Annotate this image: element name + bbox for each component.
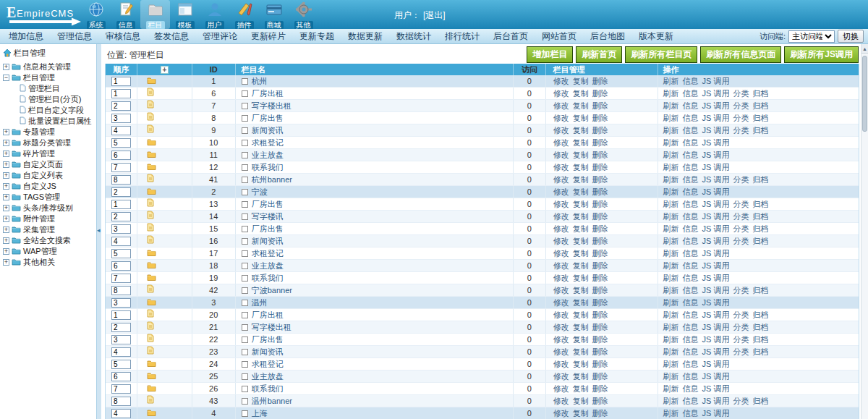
op-link-分类[interactable]: 分类 — [733, 101, 749, 111]
manage-link-删除[interactable]: 删除 — [592, 396, 608, 407]
op-link-信息[interactable]: 信息 — [683, 371, 699, 382]
order-input[interactable] — [111, 212, 131, 221]
manage-link-修改[interactable]: 修改 — [553, 297, 569, 308]
manage-link-删除[interactable]: 删除 — [592, 187, 608, 198]
sidebar-item-信息相关管理[interactable]: +信息相关管理 — [0, 62, 96, 72]
sidebar-item-采集管理[interactable]: +采集管理 — [0, 224, 96, 235]
manage-link-复制[interactable]: 复制 — [573, 297, 589, 308]
manage-link-修改[interactable]: 修改 — [553, 334, 569, 345]
order-input[interactable] — [111, 397, 131, 406]
op-link-JS 调用[interactable]: JS 调用 — [702, 322, 730, 333]
manage-link-删除[interactable]: 删除 — [592, 248, 608, 259]
row-checkbox[interactable] — [242, 140, 248, 146]
manage-link-删除[interactable]: 删除 — [592, 359, 608, 370]
row-checkbox[interactable] — [242, 164, 248, 171]
manage-link-复制[interactable]: 复制 — [573, 359, 589, 370]
manage-link-修改[interactable]: 修改 — [553, 101, 569, 111]
manage-link-复制[interactable]: 复制 — [573, 199, 589, 210]
op-link-归档[interactable]: 归档 — [752, 396, 768, 407]
row-checkbox[interactable] — [242, 324, 248, 331]
tab-模板[interactable]: 模板 — [170, 0, 200, 29]
manage-link-删除[interactable]: 删除 — [592, 150, 608, 161]
row-checkbox[interactable] — [242, 201, 248, 208]
row-checkbox[interactable] — [242, 127, 248, 134]
op-link-刷新[interactable]: 刷新 — [663, 211, 679, 222]
menu-item-更新碎片[interactable]: 更新碎片 — [251, 30, 286, 43]
op-link-JS 调用[interactable]: JS 调用 — [702, 248, 730, 259]
manage-link-删除[interactable]: 删除 — [592, 76, 608, 87]
manage-link-修改[interactable]: 修改 — [553, 199, 569, 210]
column-name-link[interactable]: 联系我们 — [252, 273, 284, 284]
op-link-JS 调用[interactable]: JS 调用 — [702, 236, 730, 247]
op-link-归档[interactable]: 归档 — [752, 285, 768, 296]
order-input[interactable] — [111, 286, 131, 295]
expand-icon[interactable]: + — [3, 161, 9, 168]
sidebar-item-TAGS管理[interactable]: +TAGS管理 — [0, 192, 96, 203]
manage-link-删除[interactable]: 删除 — [592, 297, 608, 308]
manage-link-复制[interactable]: 复制 — [573, 150, 589, 161]
op-link-刷新[interactable]: 刷新 — [663, 396, 679, 407]
column-name-link[interactable]: 宁波banner — [252, 285, 292, 296]
expand-icon[interactable]: + — [3, 151, 9, 157]
sidebar-item-专题管理[interactable]: +专题管理 — [0, 127, 96, 137]
op-link-刷新[interactable]: 刷新 — [663, 384, 679, 394]
manage-link-修改[interactable]: 修改 — [553, 174, 569, 185]
op-link-JS 调用[interactable]: JS 调用 — [702, 101, 730, 111]
op-link-信息[interactable]: 信息 — [683, 261, 699, 271]
manage-link-复制[interactable]: 复制 — [573, 101, 589, 111]
manage-link-修改[interactable]: 修改 — [553, 396, 569, 407]
column-name-link[interactable]: 厂房出租 — [252, 88, 284, 99]
manage-link-修改[interactable]: 修改 — [553, 248, 569, 259]
manage-link-复制[interactable]: 复制 — [573, 137, 589, 148]
manage-link-删除[interactable]: 删除 — [592, 125, 608, 136]
expand-icon[interactable]: + — [3, 64, 9, 70]
op-link-JS 调用[interactable]: JS 调用 — [702, 396, 730, 407]
tab-栏目[interactable]: 栏目 — [140, 0, 170, 29]
manage-link-修改[interactable]: 修改 — [553, 88, 569, 99]
op-link-分类[interactable]: 分类 — [733, 211, 749, 222]
manage-link-复制[interactable]: 复制 — [573, 396, 589, 407]
column-name-link[interactable]: 厂房出售 — [252, 224, 284, 234]
op-link-信息[interactable]: 信息 — [683, 334, 699, 345]
manage-link-删除[interactable]: 删除 — [592, 211, 608, 222]
menu-item-管理信息[interactable]: 管理信息 — [57, 30, 92, 43]
op-link-分类[interactable]: 分类 — [733, 334, 749, 345]
op-link-刷新[interactable]: 刷新 — [663, 162, 679, 173]
order-input[interactable] — [111, 175, 131, 185]
manage-link-复制[interactable]: 复制 — [573, 248, 589, 259]
order-input[interactable] — [111, 187, 131, 197]
op-link-归档[interactable]: 归档 — [752, 88, 768, 99]
order-input[interactable] — [111, 77, 131, 86]
op-link-归档[interactable]: 归档 — [752, 334, 768, 345]
manage-link-修改[interactable]: 修改 — [553, 285, 569, 296]
menu-item-更新专题[interactable]: 更新专题 — [299, 30, 334, 43]
expand-icon[interactable]: + — [3, 129, 9, 135]
column-name-link[interactable]: 宁波 — [252, 187, 268, 198]
sidebar-item-栏目管理[interactable]: −栏目管理 — [0, 72, 96, 83]
manage-link-复制[interactable]: 复制 — [573, 273, 589, 284]
op-link-刷新[interactable]: 刷新 — [663, 236, 679, 247]
op-link-分类[interactable]: 分类 — [733, 285, 749, 296]
order-input[interactable] — [111, 237, 131, 246]
green-button-刷新所有JS调用[interactable]: 刷新所有JS调用 — [784, 46, 859, 63]
manage-link-删除[interactable]: 删除 — [592, 88, 608, 99]
op-link-信息[interactable]: 信息 — [683, 248, 699, 259]
op-link-归档[interactable]: 归档 — [752, 236, 768, 247]
manage-link-修改[interactable]: 修改 — [553, 322, 569, 333]
tab-其他[interactable]: 其他 — [289, 0, 318, 29]
menu-item-后台地图[interactable]: 后台地图 — [590, 30, 625, 43]
tab-插件[interactable]: 插件 — [229, 0, 259, 29]
manage-link-复制[interactable]: 复制 — [573, 322, 589, 333]
manage-link-复制[interactable]: 复制 — [573, 261, 589, 271]
scrollbar-thumb[interactable] — [862, 56, 867, 132]
manage-link-删除[interactable]: 删除 — [592, 322, 608, 333]
manage-link-修改[interactable]: 修改 — [553, 371, 569, 382]
access-select[interactable]: 主访问端 — [788, 30, 835, 43]
scroll-up-icon[interactable]: ▲ — [861, 44, 868, 54]
manage-link-删除[interactable]: 删除 — [592, 162, 608, 173]
op-link-刷新[interactable]: 刷新 — [663, 273, 679, 284]
sidebar-item-附件管理[interactable]: +附件管理 — [0, 213, 96, 224]
op-link-JS 调用[interactable]: JS 调用 — [702, 150, 730, 161]
op-link-刷新[interactable]: 刷新 — [663, 187, 679, 198]
op-link-JS 调用[interactable]: JS 调用 — [702, 347, 730, 357]
